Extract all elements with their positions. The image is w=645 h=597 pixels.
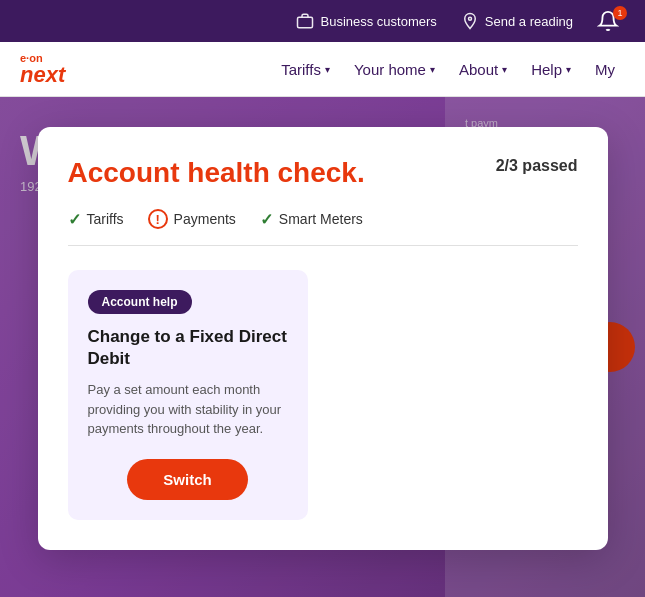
send-reading-label: Send a reading — [485, 14, 573, 29]
check-smart-meters: ✓ Smart Meters — [260, 210, 363, 229]
svg-rect-0 — [298, 17, 313, 28]
your-home-chevron-icon: ▾ — [430, 64, 435, 75]
check-tariffs: ✓ Tariffs — [68, 210, 124, 229]
card-description: Pay a set amount each month providing yo… — [88, 380, 288, 439]
modal-header: Account health check. 2/3 passed — [68, 157, 578, 189]
tariffs-chevron-icon: ▾ — [325, 64, 330, 75]
your-home-label: Your home — [354, 61, 426, 78]
main-nav: e·on next Tariffs ▾ Your home ▾ About ▾ … — [0, 42, 645, 97]
checks-row: ✓ Tariffs ! Payments ✓ Smart Meters — [68, 209, 578, 246]
nav-help[interactable]: Help ▾ — [521, 53, 581, 86]
check-tariffs-label: Tariffs — [87, 211, 124, 227]
nav-items: Tariffs ▾ Your home ▾ About ▾ Help ▾ My — [271, 53, 625, 86]
help-label: Help — [531, 61, 562, 78]
check-payments-label: Payments — [174, 211, 236, 227]
health-check-modal: Account health check. 2/3 passed ✓ Tarif… — [38, 127, 608, 550]
nav-about[interactable]: About ▾ — [449, 53, 517, 86]
check-smart-meters-label: Smart Meters — [279, 211, 363, 227]
check-tariffs-pass-icon: ✓ — [68, 210, 81, 229]
nav-tariffs[interactable]: Tariffs ▾ — [271, 53, 340, 86]
nav-my[interactable]: My — [585, 53, 625, 86]
recommendation-card: Account help Change to a Fixed Direct De… — [68, 270, 308, 520]
my-label: My — [595, 61, 615, 78]
modal-title: Account health check. — [68, 157, 365, 189]
business-customers-label: Business customers — [320, 14, 436, 29]
check-payments-warn-icon: ! — [148, 209, 168, 229]
tariffs-label: Tariffs — [281, 61, 321, 78]
top-bar: Business customers Send a reading 1 — [0, 0, 645, 42]
notification-bell[interactable]: 1 — [597, 10, 625, 32]
card-title: Change to a Fixed Direct Debit — [88, 326, 288, 370]
about-label: About — [459, 61, 498, 78]
nav-your-home[interactable]: Your home ▾ — [344, 53, 445, 86]
svg-point-1 — [468, 17, 471, 20]
logo[interactable]: e·on next — [20, 53, 65, 86]
business-customers-link[interactable]: Business customers — [296, 12, 436, 30]
check-payments: ! Payments — [148, 209, 236, 229]
switch-button[interactable]: Switch — [127, 459, 247, 500]
logo-next: next — [20, 64, 65, 86]
send-reading-link[interactable]: Send a reading — [461, 12, 573, 30]
about-chevron-icon: ▾ — [502, 64, 507, 75]
notification-badge: 1 — [613, 6, 627, 20]
modal-overlay: Account health check. 2/3 passed ✓ Tarif… — [0, 97, 645, 597]
card-tag: Account help — [88, 290, 192, 314]
check-smart-meters-pass-icon: ✓ — [260, 210, 273, 229]
modal-score: 2/3 passed — [496, 157, 578, 175]
help-chevron-icon: ▾ — [566, 64, 571, 75]
